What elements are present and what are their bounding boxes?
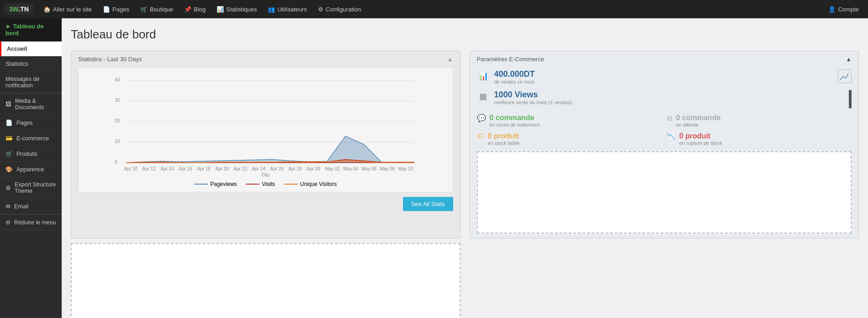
x-label-apr28: Apr 28	[288, 166, 302, 171]
nav-statistiques[interactable]: 📊Statistiques	[211, 0, 262, 18]
sidebar-item-messages[interactable]: Messages de notification	[0, 72, 62, 93]
commande-traitement-label: en cours de traitement	[490, 122, 540, 127]
legend-pageviews: Pageviews	[194, 181, 237, 187]
export-icon: ⚙	[5, 185, 11, 191]
nav-configuration-icon: ⚙	[318, 6, 323, 13]
commande-traitement: 💬 0 commande en cours de traitement	[477, 114, 662, 127]
sidebar-media-label: Media & Documents	[15, 98, 56, 111]
sidebar-item-accueil[interactable]: Accueil	[0, 42, 62, 57]
sidebar-item-pages[interactable]: 📄 Pages	[0, 115, 62, 131]
sidebar-item-apparence[interactable]: 🎨 Apparence	[0, 162, 62, 177]
page-title: Tableau de bord	[71, 27, 859, 42]
produit-faible-info: 0 produit en stock faible	[488, 132, 520, 146]
produit-rupture-label: en rupture de stock	[679, 140, 722, 146]
nav-statistiques-label: Statistiques	[226, 6, 257, 13]
ventes-chart-mini	[838, 69, 852, 83]
nav-pages-icon: 📄	[103, 6, 110, 13]
x-label-apr20: Apr 20	[215, 166, 229, 171]
nav-boutique[interactable]: 🛒Boutique	[135, 0, 179, 18]
sidebar-item-export[interactable]: ⚙ Export Structure Theme	[0, 177, 62, 199]
legend-unique-line	[284, 184, 298, 185]
x-label-may06: May 06	[361, 166, 376, 171]
stats-chart: 40 30 20 10 0	[83, 72, 448, 177]
sidebar-item-media[interactable]: 🖼 Media & Documents	[0, 94, 62, 115]
produit-rupture-value: 0 produit	[679, 132, 722, 140]
nav-pages[interactable]: 📄Pages	[97, 0, 135, 18]
sidebar-item-reduire[interactable]: ⊖ Réduire le menu	[0, 215, 62, 230]
bottom-dashed-right-placeholder	[470, 243, 859, 318]
ecommerce-panel-header: Paramètres E-Commerce ▲	[477, 56, 852, 63]
y-axis-20: 20	[115, 118, 120, 123]
ecommerce-two-col: 💬 0 commande en cours de traitement ⊖ 0 …	[477, 114, 852, 146]
y-axis-30: 30	[115, 98, 120, 103]
legend-pageviews-label: Pageviews	[210, 181, 237, 187]
sidebar-accueil-label: Accueil	[7, 46, 27, 52]
sidebar: ► Tableau de bord Accueil Statistics Mes…	[0, 18, 62, 318]
mini-chart	[839, 72, 850, 81]
stats-panel-title: Statistics - Last 30 Days	[78, 56, 142, 63]
sidebar-item-statistics[interactable]: Statistics	[0, 57, 62, 72]
ecommerce-views-row: ▦ 1000 Views meilleure vente du mois (1 …	[477, 90, 852, 108]
produit-faible: 🏷 0 produit en stock faible	[477, 132, 662, 146]
x-label-apr12: Apr 12	[142, 166, 156, 171]
nav-aller[interactable]: 🏠Aller sur le site	[38, 0, 97, 18]
x-label-apr30: Apr 30	[307, 166, 320, 171]
produits-icon: 🛒	[5, 150, 13, 157]
nav-statistiques-icon: 📊	[217, 6, 224, 13]
statistics-panel: Statistics - Last 30 Days ▲ 40 30 20 10 …	[71, 51, 460, 238]
legend-unique-label: Unique Visitors	[300, 181, 337, 187]
stats-chart-container: 40 30 20 10 0	[78, 67, 453, 192]
commande-attente: ⊖ 0 commande en attente	[667, 114, 852, 127]
sidebar-item-produits[interactable]: 🛒 Produits	[0, 146, 62, 162]
nav-configuration[interactable]: ⚙Configuration	[312, 0, 366, 18]
sidebar-item-ecommerce[interactable]: 💳 E-commerce	[0, 131, 62, 146]
nav-aller-icon: 🏠	[43, 6, 51, 13]
ecommerce-icon: 💳	[5, 135, 13, 142]
top-navigation: 3W.TN 🏠Aller sur le site 📄Pages 🛒Boutiqu…	[0, 0, 868, 18]
produit-rupture: 📉 0 produit en rupture de stock	[667, 132, 852, 146]
see-all-stats-button[interactable]: See All Stats	[403, 197, 453, 211]
nav-boutique-label: Boutique	[150, 6, 173, 13]
commande-attente-info: 0 commande en attente	[676, 114, 721, 127]
x-label-apr24: Apr 24	[252, 166, 265, 171]
sidebar-item-email[interactable]: ✉ Email	[0, 199, 62, 214]
views-bar-mini	[849, 90, 852, 108]
brand-logo[interactable]: 3W.TN	[5, 4, 33, 15]
sidebar-pages-label: Pages	[16, 120, 32, 126]
dashboard-grid: Statistics - Last 30 Days ▲ 40 30 20 10 …	[71, 51, 859, 238]
chart-legend: Pageviews Visits Unique Visitors	[83, 181, 448, 187]
ventes-value: 400.000DT	[494, 69, 535, 79]
views-value: 1000 Views	[494, 90, 572, 100]
ventes-label: de ventes ce mois	[494, 79, 535, 85]
nav-utilisateurs[interactable]: 👥Utilisateurs	[262, 0, 312, 18]
produit-rupture-info: 0 produit en rupture de stock	[679, 132, 722, 146]
ecommerce-collapse-button[interactable]: ▲	[846, 56, 852, 63]
x-label-apr26: Apr 26	[270, 166, 284, 171]
account-menu[interactable]: 👤 Compte	[824, 6, 863, 13]
pages-icon: 📄	[5, 119, 13, 126]
legend-pageviews-line	[194, 184, 208, 185]
bottom-dashed-areas	[71, 243, 859, 318]
ventes-icon: 📊	[477, 69, 490, 82]
y-axis-10: 10	[115, 139, 120, 144]
nav-blog-icon: 📌	[184, 6, 191, 13]
x-label-apr10: Apr 10	[124, 166, 138, 171]
sidebar-statistics-label: Statistics	[5, 61, 28, 67]
x-axis-title: Day	[261, 172, 270, 177]
commande-attente-value: 0 commande	[676, 114, 721, 122]
y-axis-0: 0	[115, 159, 117, 164]
produit-rupture-icon: 📉	[667, 132, 676, 141]
stats-collapse-button[interactable]: ▲	[447, 56, 453, 63]
commande-attente-icon: ⊖	[667, 114, 672, 122]
views-info: 1000 Views meilleure vente du mois (1 ve…	[494, 90, 572, 105]
sidebar-produits-label: Produits	[16, 151, 37, 157]
sidebar-header-text: ►	[5, 23, 13, 30]
reduire-icon: ⊖	[5, 219, 11, 226]
ecommerce-dashed-area	[477, 151, 852, 233]
x-label-may10: May 10	[398, 166, 413, 171]
ecommerce-ventes-row: 📊 400.000DT de ventes ce mois	[477, 69, 852, 85]
nav-pages-label: Pages	[112, 6, 129, 13]
nav-utilisateurs-icon: 👥	[268, 6, 275, 13]
nav-blog[interactable]: 📌Blog	[179, 0, 211, 18]
stats-panel-header: Statistics - Last 30 Days ▲	[78, 56, 453, 63]
